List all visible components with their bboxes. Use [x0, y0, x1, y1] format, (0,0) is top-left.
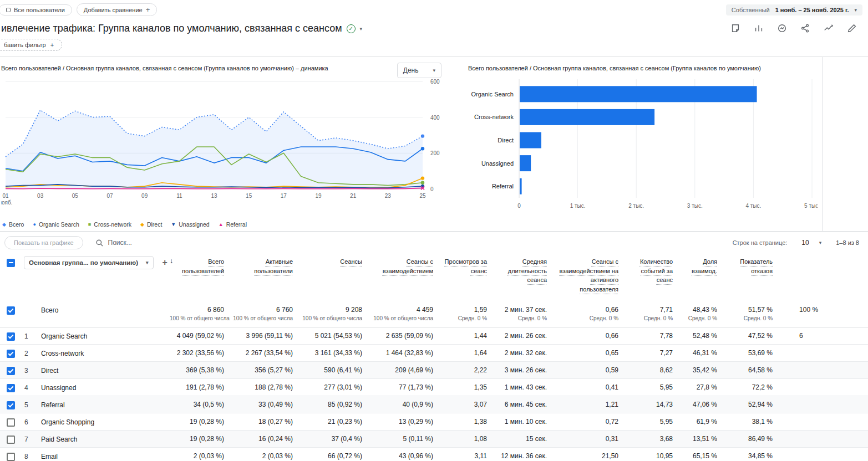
row-checkbox[interactable] [7, 436, 15, 444]
chart-columns-icon[interactable] [754, 23, 765, 34]
metric-cell: 3 161 (34,33 %) [300, 344, 369, 361]
row-checkbox[interactable] [7, 401, 15, 409]
metric-cell [779, 378, 868, 396]
row-checkbox-cell [0, 301, 21, 327]
legend-item[interactable]: ●Organic Search [33, 221, 79, 228]
row-checkbox[interactable] [7, 306, 15, 315]
legend-item[interactable]: ■Cross-network [88, 221, 131, 228]
metric-cell: 10,95 [625, 447, 679, 461]
metric-cell: 5 (0,11 %) [369, 430, 440, 447]
select-all-checkbox[interactable] [7, 259, 15, 267]
svg-text:4 тыс.: 4 тыс. [745, 203, 761, 209]
table-row[interactable]: 6Organic Shopping19 (0,28 %)18 (0,27 %)2… [0, 413, 868, 430]
row-checkbox[interactable] [7, 332, 15, 341]
charts-area: Всего пользователей / Основная группа ка… [0, 57, 823, 231]
svg-text:3 тыс.: 3 тыс. [687, 203, 703, 209]
add-filter-chip[interactable]: бавить фильтр + [0, 39, 62, 51]
line-chart[interactable]: 020040060001нояб.03050709111315171921232… [1, 75, 445, 214]
legend-item[interactable]: ◆Всего [2, 221, 24, 228]
row-checkbox[interactable] [7, 453, 15, 461]
row-checkbox[interactable] [7, 367, 15, 375]
metric-cell: 40 (0,9 %) [369, 396, 440, 413]
filter-bar: бавить фильтр + [0, 37, 868, 57]
metric-cell: 66 (0,72 %) [300, 447, 369, 461]
row-checkbox-cell [0, 344, 21, 361]
chevron-down-icon: ▾ [854, 7, 857, 13]
row-checkbox[interactable] [7, 384, 15, 392]
metric-cell: 2 мин. 32 сек. [494, 344, 554, 361]
column-header[interactable]: Просмотров за сеанс [440, 253, 494, 301]
plot-rows-button[interactable]: Показать на графике [4, 236, 83, 249]
metric-cell: 2 (0,03 %) [231, 447, 300, 461]
svg-text:Organic Search: Organic Search [471, 91, 514, 98]
svg-text:19: 19 [315, 193, 322, 199]
table-row[interactable]: 2Cross-network2 302 (33,56 %)2 267 (33,5… [0, 344, 868, 361]
interval-select[interactable]: День ▾ [397, 63, 441, 78]
legend-item[interactable]: ◆Direct [140, 221, 162, 228]
metric-cell: 1 мин. 43 сек. [494, 378, 554, 396]
add-comparison-chip[interactable]: Добавить сравнение + [77, 3, 157, 16]
rows-per-page-select[interactable]: 10 ▾ [801, 239, 821, 247]
legend-label: Referral [226, 221, 247, 228]
row-number: 2 [21, 344, 39, 361]
column-header[interactable]: Сеансы [300, 253, 369, 301]
column-header[interactable]: Сеансы с взаимодействием на активного по… [554, 253, 625, 301]
totals-row[interactable]: Всего6 860100 % от общего числа6 760100 … [0, 301, 868, 327]
share-icon[interactable] [800, 23, 811, 34]
row-checkbox-cell [0, 361, 21, 378]
table-row[interactable]: 4Unassigned191 (2,78 %)188 (2,78 %)277 (… [0, 378, 868, 396]
edit-icon[interactable] [847, 23, 858, 34]
metric-cell: 7,71Средн. 0 % [625, 301, 679, 327]
column-header[interactable]: Количество событий за сеанс [625, 253, 679, 301]
metric-cell: 369 (5,38 %) [167, 361, 231, 378]
metric-cell: 5,95 [625, 413, 679, 430]
sort-desc-icon[interactable]: ↓ [170, 257, 173, 275]
dimension-dropdown[interactable]: Основная группа... по умолчанию) ▾ [24, 256, 154, 269]
column-header[interactable]: Доля взаимод. [679, 253, 724, 301]
table-row[interactable]: 1Organic Search4 049 (59,02 %)3 996 (59,… [0, 327, 868, 344]
column-header[interactable]: Показатель отказов [724, 253, 779, 301]
metric-cell: 6 760100 % от общего числа [231, 301, 300, 327]
column-header[interactable]: Вс [779, 253, 868, 301]
data-quality-icon[interactable]: ✓ [347, 24, 356, 33]
column-header[interactable]: Средняя длительность сеанса [494, 253, 554, 301]
chevron-down-icon[interactable]: ▾ [360, 26, 363, 32]
svg-text:400: 400 [430, 115, 440, 121]
metric-cell: 21 (0,23 %) [300, 413, 369, 430]
legend-item[interactable]: ▼Unassigned [171, 221, 209, 228]
table-row[interactable]: 8Email2 (0,03 %)2 (0,03 %)66 (0,72 %)43 … [0, 447, 868, 461]
legend-item[interactable]: ▲Referral [219, 221, 247, 228]
bar-chart[interactable]: 01 тыс.2 тыс.3 тыс.4 тыс.5 тыс.Organic S… [468, 75, 818, 218]
search-input[interactable] [108, 239, 230, 247]
line-chart-legend: ◆Всего●Organic Search■Cross-network◆Dire… [1, 217, 449, 228]
table-row[interactable]: 5Referral34 (0,5 %)33 (0,49 %)85 (0,92 %… [0, 396, 868, 413]
metric-cell [779, 430, 868, 447]
row-checkbox[interactable] [7, 350, 15, 358]
svg-text:15: 15 [246, 193, 252, 199]
channel-name: Organic Shopping [39, 413, 167, 430]
row-checkbox[interactable] [7, 418, 15, 427]
table-row[interactable]: 3Direct369 (5,38 %)356 (5,27 %)590 (6,41… [0, 361, 868, 378]
metric-cell: 48,43 %Средн. 0 % [679, 301, 724, 327]
rows-per-page-value: 10 [801, 239, 809, 247]
metric-cell: 47,52 % [724, 327, 779, 344]
metric-cell: 77 (1,73 %) [369, 378, 440, 396]
column-header[interactable]: ↓Всего пользователей [167, 253, 231, 301]
note-icon[interactable] [730, 23, 742, 34]
svg-text:200: 200 [430, 150, 440, 156]
date-range-picker[interactable]: Собственный 1 нояб. – 25 нояб. 2025 г. ▾ [726, 4, 862, 16]
row-number: 3 [21, 361, 39, 378]
table-row[interactable]: 7Paid Search19 (0,28 %)16 (0,24 %)37 (0,… [0, 430, 868, 447]
add-dimension-button[interactable]: + [163, 258, 167, 268]
metric-cell: 1,08 [440, 430, 494, 447]
insights-icon[interactable] [777, 23, 788, 34]
svg-text:5 тыс.: 5 тыс. [804, 203, 818, 209]
search-icon [95, 239, 104, 247]
trend-icon[interactable] [824, 23, 835, 34]
column-header[interactable]: Активные пользователи [231, 253, 300, 301]
svg-text:1 тыс.: 1 тыс. [570, 203, 586, 209]
legend-marker-icon: ▼ [171, 222, 176, 227]
column-header-label: Активные пользователи [233, 257, 293, 275]
all-users-chip[interactable]: Все пользователи [0, 4, 72, 16]
column-header[interactable]: Сеансы с взаимодействием [369, 253, 440, 301]
